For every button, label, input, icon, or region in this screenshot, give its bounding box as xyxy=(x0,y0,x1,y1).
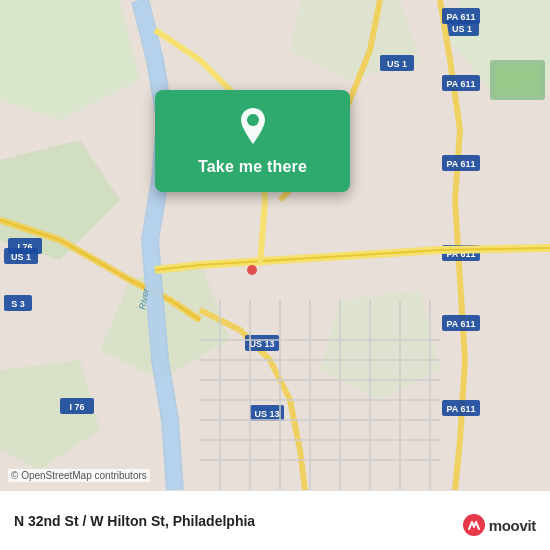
svg-point-54 xyxy=(247,265,257,275)
moovit-logo: moovit xyxy=(463,514,536,536)
take-me-there-button[interactable]: Take me there xyxy=(198,158,307,176)
svg-text:US 1: US 1 xyxy=(387,59,407,69)
svg-text:PA 611: PA 611 xyxy=(446,159,475,169)
map-svg: I 76 US 1 US 1 PA 611 PA 611 PA 611 PA 6… xyxy=(0,0,550,490)
svg-point-55 xyxy=(247,114,259,126)
map-container: I 76 US 1 US 1 PA 611 PA 611 PA 611 PA 6… xyxy=(0,0,550,490)
svg-text:I 76: I 76 xyxy=(69,402,84,412)
moovit-brand-text: moovit xyxy=(489,517,536,534)
popup[interactable]: Take me there xyxy=(155,90,350,192)
svg-text:PA 611: PA 611 xyxy=(446,319,475,329)
svg-text:PA 611: PA 611 xyxy=(446,79,475,89)
svg-text:US 13: US 13 xyxy=(254,409,279,419)
moovit-icon xyxy=(463,514,485,536)
address-label: N 32nd St / W Hilton St, Philadelphia xyxy=(14,513,536,529)
svg-rect-53 xyxy=(495,65,540,95)
svg-text:PA 611: PA 611 xyxy=(446,12,475,22)
svg-text:PA 611: PA 611 xyxy=(446,404,475,414)
svg-text:US 1: US 1 xyxy=(452,24,472,34)
bottom-bar: N 32nd St / W Hilton St, Philadelphia mo… xyxy=(0,490,550,550)
map-attribution: © OpenStreetMap contributors xyxy=(8,469,150,482)
svg-text:S 3: S 3 xyxy=(11,299,25,309)
svg-text:US 1: US 1 xyxy=(11,252,31,262)
location-pin-icon xyxy=(231,104,275,148)
